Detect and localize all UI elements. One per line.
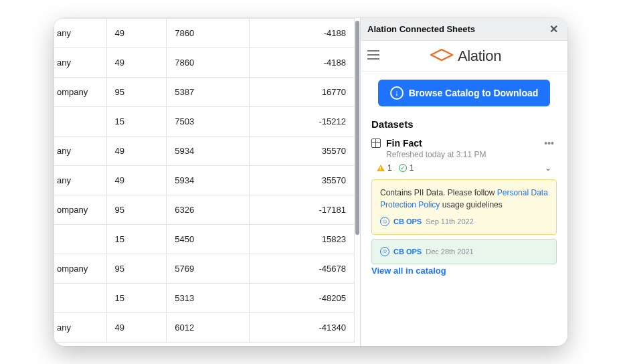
cell[interactable]: 5313 bbox=[167, 284, 249, 313]
cell[interactable]: 49 bbox=[106, 166, 167, 195]
cell[interactable]: any bbox=[54, 313, 107, 343]
table-row[interactable]: any497860-4188 bbox=[54, 19, 355, 48]
brand-name: Alation bbox=[458, 48, 501, 65]
cell[interactable]: -4188 bbox=[249, 48, 354, 78]
table-row[interactable]: 157503-15212 bbox=[54, 107, 355, 136]
dataset-refreshed: Refreshed today at 3:11 PM bbox=[386, 150, 557, 159]
cell[interactable]: 6012 bbox=[167, 313, 249, 343]
dataset-card: Fin Fact ••• Refreshed today at 3:11 PM … bbox=[371, 138, 557, 276]
cell[interactable]: 5934 bbox=[167, 136, 249, 166]
alation-mark-icon bbox=[430, 48, 454, 64]
panel-titlebar: Alation Connected Sheets ✕ bbox=[361, 18, 567, 41]
cell[interactable]: 49 bbox=[106, 19, 167, 48]
cell[interactable]: ompany bbox=[54, 78, 107, 107]
table-row[interactable]: ompany955769-45678 bbox=[54, 254, 355, 284]
cell[interactable]: any bbox=[54, 19, 107, 48]
cell[interactable] bbox=[54, 284, 107, 313]
cell[interactable]: 95 bbox=[106, 254, 167, 284]
success-user[interactable]: CB OPS bbox=[393, 246, 422, 258]
browse-catalog-label: Browse Catalog to Download bbox=[409, 88, 539, 98]
cell[interactable] bbox=[54, 225, 107, 254]
warning-date: Sep 11th 2022 bbox=[426, 216, 474, 227]
cell[interactable]: 49 bbox=[106, 136, 167, 166]
scrollbar-thumb[interactable] bbox=[355, 21, 359, 235]
side-panel: Alation Connected Sheets ✕ Alation ↓ Bro… bbox=[360, 18, 567, 346]
cell[interactable]: 6326 bbox=[167, 195, 249, 225]
table-icon bbox=[371, 139, 381, 148]
success-meta: ☺ CB OPS Dec 28th 2021 bbox=[380, 246, 548, 258]
cell[interactable]: -17181 bbox=[249, 195, 354, 225]
cell[interactable]: -41340 bbox=[249, 313, 354, 343]
dataset-menu-icon[interactable]: ••• bbox=[541, 138, 557, 149]
table-row[interactable]: ompany956326-17181 bbox=[54, 195, 355, 225]
table-row[interactable]: any497860-4188 bbox=[54, 48, 355, 78]
cell[interactable]: 15 bbox=[106, 225, 167, 254]
cell[interactable]: 49 bbox=[106, 48, 167, 78]
cell[interactable]: 5387 bbox=[167, 78, 249, 107]
cell[interactable]: 16770 bbox=[249, 78, 354, 107]
cell[interactable]: 5450 bbox=[167, 225, 249, 254]
cell[interactable]: 15 bbox=[106, 284, 167, 313]
app-frame: any497860-4188any497860-4188ompany955387… bbox=[54, 18, 567, 346]
warning-user[interactable]: CB OPS bbox=[393, 216, 422, 227]
cell[interactable]: 35570 bbox=[249, 136, 354, 166]
cell[interactable]: any bbox=[54, 48, 107, 78]
cell[interactable]: -4188 bbox=[249, 19, 354, 48]
hamburger-icon[interactable] bbox=[367, 50, 379, 62]
download-icon: ↓ bbox=[390, 86, 404, 100]
dataset-name: Fin Fact bbox=[386, 138, 422, 149]
datasets-heading: Datasets bbox=[371, 118, 557, 130]
cell[interactable]: 15 bbox=[106, 107, 167, 136]
warning-alert: Contains PII Data. Please follow Persona… bbox=[371, 179, 557, 235]
success-alert: ☺ CB OPS Dec 28th 2021 bbox=[371, 239, 557, 265]
table-row[interactable]: any49593435570 bbox=[54, 166, 355, 195]
cell[interactable]: 49 bbox=[106, 313, 167, 343]
ok-count: 1 bbox=[410, 163, 414, 173]
cell[interactable]: ompany bbox=[54, 254, 107, 284]
table-row[interactable]: ompany95538716770 bbox=[54, 78, 355, 107]
cell[interactable]: -48205 bbox=[249, 284, 354, 313]
browse-catalog-button[interactable]: ↓ Browse Catalog to Download bbox=[378, 80, 551, 106]
table-row[interactable]: any496012-41340 bbox=[54, 313, 355, 343]
user-icon: ☺ bbox=[380, 217, 389, 226]
cell[interactable]: -15212 bbox=[249, 107, 354, 136]
table-row[interactable]: 155313-48205 bbox=[54, 284, 355, 313]
panel-brandbar: Alation bbox=[361, 41, 567, 72]
dataset-status-row[interactable]: 1 ✓ 1 ⌄ bbox=[371, 159, 557, 177]
success-date: Dec 28th 2021 bbox=[426, 246, 474, 258]
cell[interactable]: 15823 bbox=[249, 225, 354, 254]
panel-title: Alation Connected Sheets bbox=[367, 24, 475, 34]
user-icon: ☺ bbox=[380, 247, 389, 256]
panel-body: ↓ Browse Catalog to Download Datasets Fi… bbox=[361, 72, 567, 282]
table-row[interactable]: 15545015823 bbox=[54, 225, 355, 254]
close-icon[interactable]: ✕ bbox=[547, 23, 561, 36]
cell[interactable]: any bbox=[54, 136, 107, 166]
dataset-title-group: Fin Fact bbox=[371, 138, 422, 149]
warning-meta: ☺ CB OPS Sep 11th 2022 bbox=[380, 216, 548, 227]
cell[interactable]: 95 bbox=[106, 78, 167, 107]
cell[interactable]: 7860 bbox=[167, 48, 249, 78]
spreadsheet-grid[interactable]: any497860-4188any497860-4188ompany955387… bbox=[54, 18, 355, 346]
spreadsheet-table: any497860-4188any497860-4188ompany955387… bbox=[54, 18, 355, 343]
warning-text-after: usage guidelines bbox=[440, 200, 502, 209]
brand-logo: Alation bbox=[386, 48, 561, 65]
cell[interactable]: 7860 bbox=[167, 19, 249, 48]
cell[interactable]: 35570 bbox=[249, 166, 354, 195]
warning-icon bbox=[377, 165, 385, 171]
cell[interactable]: ompany bbox=[54, 195, 107, 225]
cell[interactable] bbox=[54, 107, 107, 136]
dataset-header: Fin Fact ••• bbox=[371, 138, 557, 149]
cell[interactable]: 5934 bbox=[167, 166, 249, 195]
cell[interactable]: 95 bbox=[106, 195, 167, 225]
spreadsheet-scrollbar[interactable] bbox=[355, 18, 360, 346]
cell[interactable]: -45678 bbox=[249, 254, 354, 284]
view-all-in-catalog-link[interactable]: View all in catalog bbox=[371, 266, 446, 276]
table-row[interactable]: any49593435570 bbox=[54, 136, 355, 166]
chevron-down-icon[interactable]: ⌄ bbox=[545, 163, 551, 173]
cell[interactable]: any bbox=[54, 166, 107, 195]
cell[interactable]: 5769 bbox=[167, 254, 249, 284]
cell[interactable]: 7503 bbox=[167, 107, 249, 136]
warn-count: 1 bbox=[387, 163, 392, 173]
warn-count-group: 1 bbox=[377, 163, 392, 173]
spreadsheet-pane: any497860-4188any497860-4188ompany955387… bbox=[54, 18, 360, 346]
